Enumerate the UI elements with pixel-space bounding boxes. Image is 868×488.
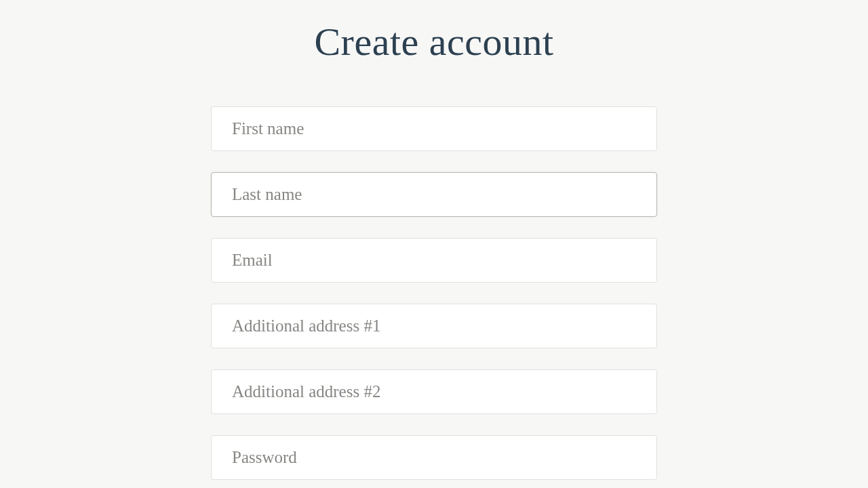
address1-field[interactable] [211, 304, 657, 348]
address2-field[interactable] [211, 369, 657, 414]
email-field[interactable] [211, 238, 657, 283]
create-account-form [211, 106, 657, 480]
last-name-field[interactable] [211, 172, 657, 217]
registration-container: Create account [0, 0, 868, 480]
first-name-field[interactable] [211, 106, 657, 151]
page-title: Create account [314, 19, 553, 64]
password-field[interactable] [211, 435, 657, 480]
